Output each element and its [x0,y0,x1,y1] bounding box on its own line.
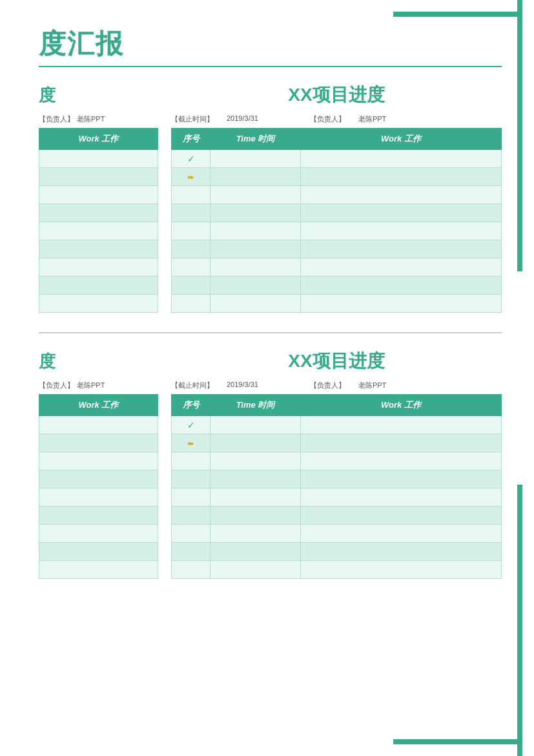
time-cell [211,543,301,561]
page-title: 度汇报 [39,26,502,67]
table-row [39,525,158,543]
no-cell [172,525,211,543]
work-cell [301,240,502,258]
arrow-icon: ➨ [187,438,195,448]
section1-project-header-time: Time 时间 [211,129,301,150]
no-cell [172,561,211,579]
section1-work-table-header: Work 工作 [39,129,158,150]
section1-left-panel: 【负责人】老陈PPT Work 工作 [39,114,158,313]
section2-right-title: XX项目进度 [171,349,502,373]
time-cell [211,186,301,204]
section2-person-label: 【负责人】 [310,381,345,390]
time-cell [211,168,301,186]
table-row [39,470,158,488]
table-row [39,434,158,452]
section1-work-table-body [39,150,158,313]
no-cell [172,258,211,277]
section2-left-panel: 【负责人】老陈PPT Work 工作 [39,381,158,579]
work-cell [39,488,158,507]
table-row: ➨ [172,168,502,186]
section2-work-table-body [39,416,158,579]
table-row [39,186,158,204]
table-row [172,470,502,488]
table-row [39,416,158,434]
table-row [172,543,502,561]
section1-work-table: Work 工作 [39,128,158,313]
section1-left-meta: 【负责人】老陈PPT [39,114,158,124]
arrow-icon: ➨ [187,172,195,182]
work-cell [39,222,158,240]
section2-right-panel: 【截止时间】2019/3/31 【负责人】老陈PPT 序号 Time 时间 Wo… [171,381,502,579]
section1-person-label: 【负责人】 [310,114,345,124]
check-icon: ✓ [187,420,195,430]
section2-project-header-work: Work 工作 [301,395,502,416]
time-cell [211,416,301,434]
icon-arrow-cell: ➨ [172,168,211,186]
section2-work-table: Work 工作 [39,394,158,579]
table-row [39,295,158,313]
page: 度汇报 度 XX项目进度 【负责人】老陈PPT Work 工作 [0,0,534,756]
work-cell [301,488,502,507]
work-cell [39,452,158,470]
table-row [39,258,158,277]
work-cell [39,186,158,204]
no-cell [172,543,211,561]
table-row [172,488,502,507]
table-row [39,452,158,470]
table-row [39,488,158,507]
section2-deadline-value: 2019/3/31 [227,381,258,390]
work-cell [39,295,158,313]
work-cell [39,277,158,295]
no-cell [172,204,211,222]
time-cell [211,222,301,240]
work-cell [301,277,502,295]
work-cell [39,168,158,186]
table-row [39,168,158,186]
time-cell [211,295,301,313]
table-row [172,525,502,543]
right-border-top-decoration [517,0,522,271]
work-cell [301,434,502,452]
table-row [172,277,502,295]
section2-deadline-label: 【截止时间】 [171,381,214,390]
section2-project-header-no: 序号 [172,395,211,416]
work-cell [301,525,502,543]
table-row [172,452,502,470]
section2-left-meta-label: 【负责人】 [39,381,74,389]
section1-left-meta-label: 【负责人】 [39,115,74,123]
work-cell [39,507,158,525]
right-border-bottom-decoration [517,485,522,756]
time-cell [211,240,301,258]
time-cell [211,488,301,507]
icon-arrow-cell: ➨ [172,434,211,452]
table-row [39,240,158,258]
section1-right-meta: 【截止时间】2019/3/31 【负责人】老陈PPT [171,114,502,124]
section1-left-meta-value: 老陈PPT [77,115,105,123]
work-cell [301,543,502,561]
work-cell [39,470,158,488]
table-row [39,204,158,222]
work-cell [301,416,502,434]
work-cell [39,525,158,543]
work-cell [301,561,502,579]
no-cell [172,295,211,313]
table-row [39,150,158,168]
time-cell [211,507,301,525]
section1-project-header-no: 序号 [172,129,211,150]
section1-left-title: 度 [39,84,158,107]
section2-left-meta: 【负责人】老陈PPT [39,381,158,390]
table-row [172,186,502,204]
time-cell [211,150,301,168]
time-cell [211,277,301,295]
section2-work-table-header: Work 工作 [39,395,158,416]
time-cell [211,470,301,488]
section1-right-panel: 【截止时间】2019/3/31 【负责人】老陈PPT 序号 Time 时间 Wo… [171,114,502,313]
work-cell [301,150,502,168]
work-cell [39,204,158,222]
check-icon: ✓ [187,154,195,164]
section1-project-table-body: ✓ ➨ [172,150,502,313]
section1-project-table: 序号 Time 时间 Work 工作 ✓ ➨ [171,128,502,313]
table-row [39,543,158,561]
section1-right-title: XX项目进度 [171,83,502,107]
no-cell [172,507,211,525]
